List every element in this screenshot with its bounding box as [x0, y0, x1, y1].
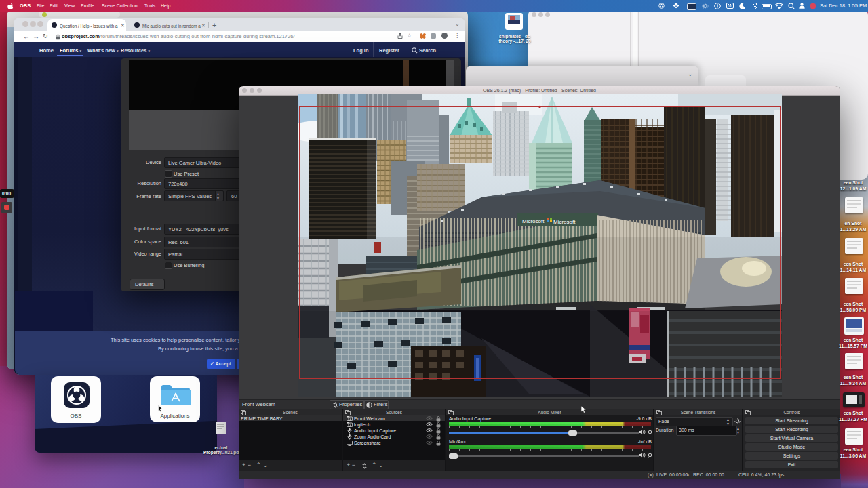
svg-text:Microsoft: Microsoft: [553, 219, 576, 225]
svg-text:Microsoft: Microsoft: [522, 218, 545, 224]
